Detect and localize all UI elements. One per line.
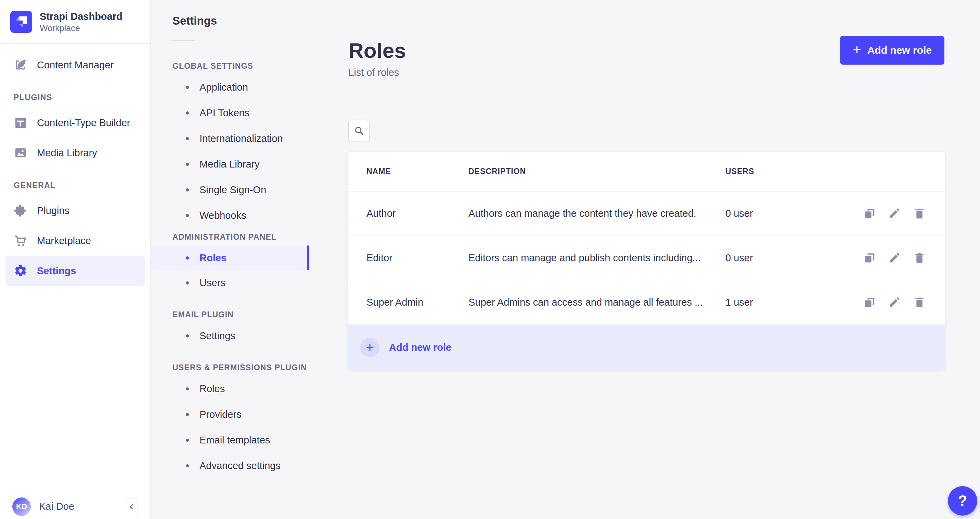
- add-new-role-row-label: Add new role: [389, 342, 451, 353]
- settings-sub-sidebar: Settings GLOBAL SETTINGS Application API…: [151, 0, 309, 519]
- sub-section-label: ADMINISTRATION PANEL: [151, 232, 309, 242]
- sub-item-email-settings[interactable]: Settings: [151, 323, 309, 349]
- sub-item-up-email-templates[interactable]: Email templates: [151, 427, 309, 453]
- question-mark-icon: ?: [958, 492, 967, 509]
- delete-role-button[interactable]: [913, 296, 926, 309]
- table-row-editor[interactable]: Editor Editors can manage and publish co…: [348, 236, 945, 280]
- sidebar-item-media-library[interactable]: Media Library: [0, 138, 150, 168]
- bullet-icon: [186, 188, 189, 192]
- edit-role-button[interactable]: [888, 296, 901, 309]
- sub-item-api-tokens[interactable]: API Tokens: [151, 100, 309, 126]
- duplicate-role-button[interactable]: [862, 251, 876, 265]
- app-title: Strapi Dashboard: [40, 10, 123, 22]
- search-icon: [354, 125, 364, 136]
- sidebar-item-settings[interactable]: Settings: [5, 256, 145, 286]
- sub-item-label: API Tokens: [199, 107, 250, 119]
- sub-item-label: Roles: [199, 252, 226, 263]
- sub-item-admin-roles[interactable]: Roles: [151, 246, 309, 270]
- sidebar-item-marketplace[interactable]: Marketplace: [0, 225, 150, 256]
- chevron-left-icon: [127, 502, 136, 511]
- duplicate-icon: [863, 296, 876, 309]
- duplicate-role-button[interactable]: [862, 207, 876, 221]
- table-row-author[interactable]: Author Authors can manage the content th…: [348, 192, 945, 236]
- sub-item-label: Users: [199, 277, 226, 289]
- edit-role-button[interactable]: [888, 251, 901, 265]
- sidebar-item-label: Media Library: [37, 148, 97, 159]
- bullet-icon: [186, 163, 189, 166]
- role-description: Super Admins can access and manage all f…: [468, 297, 725, 308]
- plus-icon: +: [853, 43, 861, 57]
- bullet-icon: [186, 214, 189, 217]
- app-root: Strapi Dashboard Workplace Content Manag…: [0, 0, 980, 519]
- edit-pencil-icon: [888, 251, 901, 264]
- collapse-sidebar-button[interactable]: [125, 498, 138, 515]
- brand: Strapi Dashboard Workplace: [0, 0, 150, 44]
- role-name: Author: [366, 208, 468, 219]
- sub-section-label: EMAIL PLUGIN: [151, 310, 309, 319]
- sub-item-application[interactable]: Application: [151, 75, 309, 100]
- sub-item-label: Application: [199, 82, 248, 93]
- trash-icon: [913, 207, 926, 220]
- user-name: Kai Doe: [39, 501, 74, 512]
- bullet-icon: [186, 111, 189, 114]
- page-subtitle: List of roles: [348, 67, 399, 78]
- add-new-role-row[interactable]: + Add new role: [348, 325, 945, 370]
- delete-role-button[interactable]: [913, 251, 926, 265]
- plugins-icon: [14, 204, 27, 217]
- table-header-row: NAME DESCRIPTION USERS: [348, 152, 945, 192]
- sub-item-up-providers[interactable]: Providers: [151, 402, 309, 427]
- help-button[interactable]: ?: [948, 486, 977, 516]
- column-header-description: DESCRIPTION: [468, 167, 725, 176]
- sidebar-section-general: GENERAL: [0, 181, 150, 190]
- content-type-builder-icon: [14, 116, 27, 130]
- sub-item-internationalization[interactable]: Internationalization: [151, 126, 309, 151]
- duplicate-role-button[interactable]: [862, 296, 876, 309]
- sub-item-up-advanced-settings[interactable]: Advanced settings: [151, 453, 309, 479]
- sub-item-label: Roles: [199, 383, 225, 395]
- bullet-icon: [186, 281, 189, 284]
- trash-icon: [913, 251, 926, 264]
- plus-circle-icon: +: [360, 338, 379, 357]
- bullet-icon: [186, 439, 189, 442]
- sub-item-label: Advanced settings: [199, 460, 281, 471]
- delete-role-button[interactable]: [913, 207, 926, 221]
- add-new-role-button[interactable]: + Add new role: [840, 36, 944, 65]
- sub-item-label: Settings: [199, 330, 235, 341]
- sidebar-item-content-type-builder[interactable]: Content-Type Builder: [0, 108, 150, 138]
- sub-sidebar-title: Settings: [151, 14, 309, 27]
- sub-item-admin-users[interactable]: Users: [151, 270, 309, 296]
- sub-item-webhooks[interactable]: Webhooks: [151, 203, 309, 229]
- search-button[interactable]: [348, 120, 369, 141]
- sub-section-label: GLOBAL SETTINGS: [151, 62, 309, 71]
- bullet-icon: [186, 413, 189, 416]
- sidebar-item-plugins[interactable]: Plugins: [0, 195, 150, 225]
- sub-section-label: USERS & PERMISSIONS PLUGIN: [151, 363, 309, 372]
- sidebar-item-label: Plugins: [37, 205, 70, 216]
- sub-item-media-library[interactable]: Media Library: [151, 151, 309, 177]
- role-description: Authors can manage the content they have…: [468, 208, 725, 219]
- table-row-super-admin[interactable]: Super Admin Super Admins can access and …: [348, 280, 945, 325]
- main-sidebar: Strapi Dashboard Workplace Content Manag…: [0, 0, 151, 519]
- page-title: Roles: [348, 38, 406, 63]
- role-users-count: 1 user: [725, 297, 845, 308]
- column-header-users: USERS: [725, 167, 845, 176]
- strapi-logo-icon: [10, 11, 32, 33]
- sub-item-up-roles[interactable]: Roles: [151, 376, 309, 402]
- edit-role-button[interactable]: [888, 207, 901, 221]
- content-manager-icon: [14, 58, 27, 72]
- duplicate-icon: [863, 207, 876, 220]
- edit-pencil-icon: [888, 296, 901, 309]
- sidebar-item-content-manager[interactable]: Content Manager: [0, 50, 150, 80]
- sub-item-label: Single Sign-On: [199, 184, 266, 195]
- sub-item-label: Media Library: [199, 159, 260, 170]
- bullet-icon: [186, 334, 189, 338]
- sidebar-item-label: Content Manager: [37, 59, 114, 71]
- sub-item-single-sign-on[interactable]: Single Sign-On: [151, 177, 309, 203]
- settings-icon: [14, 264, 27, 278]
- bullet-icon: [186, 137, 189, 140]
- sub-item-label: Internationalization: [199, 133, 283, 144]
- role-users-count: 0 user: [725, 252, 845, 263]
- add-new-role-button-label: Add new role: [867, 44, 932, 56]
- marketplace-icon: [14, 234, 27, 248]
- sidebar-section-plugins: PLUGINS: [0, 93, 150, 102]
